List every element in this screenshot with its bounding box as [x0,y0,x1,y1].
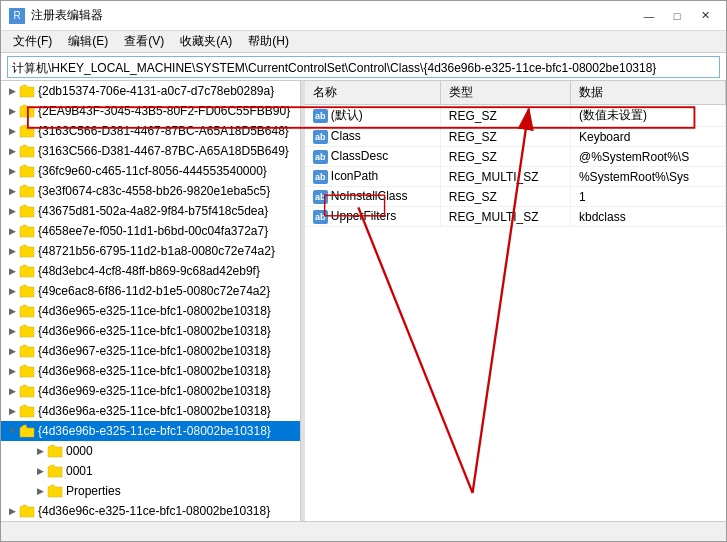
tree-item[interactable]: ▶{48d3ebc4-4cf8-48ff-b869-9c68ad42eb9f} [1,261,300,281]
table-row[interactable]: ab ClassREG_SZKeyboard [305,127,726,147]
address-path[interactable]: 计算机\HKEY_LOCAL_MACHINE\SYSTEM\CurrentCon… [7,56,720,78]
app-icon: R [9,8,25,24]
status-bar [1,521,726,541]
tree-item[interactable]: ▶{4d36e968-e325-11ce-bfc1-08002be10318} [1,361,300,381]
expand-arrow-icon[interactable]: ▶ [5,381,19,401]
table-row[interactable]: ab UpperFiltersREG_MULTI_SZkbdclass [305,207,726,227]
menu-item[interactable]: 文件(F) [5,32,60,52]
tree-item[interactable]: ▶{36fc9e60-c465-11cf-8056-444553540000} [1,161,300,181]
expand-arrow-icon[interactable]: ▶ [5,361,19,381]
folder-icon [19,304,35,318]
folder-icon [19,324,35,338]
folder-icon [19,264,35,278]
cell-type: REG_MULTI_SZ [440,207,570,227]
cell-name: ab (默认) [305,105,440,127]
folder-icon [19,344,35,358]
table-row[interactable]: ab NoInstallClassREG_SZ1 [305,187,726,207]
folder-icon [19,124,35,138]
folder-icon [19,224,35,238]
tree-item[interactable]: ▶{4d36e969-e325-11ce-bfc1-08002be10318} [1,381,300,401]
tree-item[interactable]: ▶Properties [1,481,300,501]
expand-arrow-icon[interactable]: ▶ [5,281,19,301]
expand-arrow-icon[interactable]: ▶ [33,481,47,501]
expand-arrow-icon[interactable]: ▶ [5,81,19,101]
tree-item[interactable]: ▶{43675d81-502a-4a82-9f84-b75f418c5dea} [1,201,300,221]
tree-item-label: {48721b56-6795-11d2-b1a8-0080c72e74a2} [38,244,275,258]
folder-icon [19,244,35,258]
tree-item[interactable]: ▶{3163C566-D381-4467-87BC-A65A18D5B649} [1,141,300,161]
expand-arrow-icon[interactable]: ▶ [5,341,19,361]
menu-item[interactable]: 帮助(H) [240,32,297,52]
expand-arrow-icon[interactable]: ▶ [5,401,19,421]
cell-data: @%SystemRoot%\S [570,147,725,167]
tree-item[interactable]: ▶{3e3f0674-c83c-4558-bb26-9820e1eba5c5} [1,181,300,201]
status-text [9,526,12,538]
tree-item[interactable]: ▶{48721b56-6795-11d2-b1a8-0080c72e74a2} [1,241,300,261]
left-tree-pane[interactable]: ▶{2db15374-706e-4131-a0c7-d7c78eb0289a}▶… [1,81,301,521]
col-data[interactable]: 数据 [570,81,725,105]
expand-arrow-icon[interactable]: ▼ [5,421,19,441]
tree-item[interactable]: ▶{4d36e967-e325-11ce-bfc1-08002be10318} [1,341,300,361]
maximize-button[interactable]: □ [664,5,690,27]
tree-item[interactable]: ▶{3163C566-D381-4467-87BC-A65A18D5B648} [1,121,300,141]
tree-item[interactable]: ▶{2EA9B43F-3045-43B5-80F2-FD06C55FBB90} [1,101,300,121]
expand-arrow-icon[interactable]: ▶ [5,201,19,221]
expand-arrow-icon[interactable]: ▶ [5,121,19,141]
expand-arrow-icon[interactable]: ▶ [5,141,19,161]
expand-arrow-icon[interactable]: ▶ [5,161,19,181]
folder-icon [19,424,35,438]
expand-arrow-icon[interactable]: ▶ [33,441,47,461]
tree-item[interactable]: ▶0001 [1,461,300,481]
title-controls: — □ ✕ [636,5,718,27]
tree-item-label: {43675d81-502a-4a82-9f84-b75f418c5dea} [38,204,268,218]
menu-item[interactable]: 收藏夹(A) [172,32,240,52]
folder-icon [19,404,35,418]
tree-item[interactable]: ▶{4d36e96a-e325-11ce-bfc1-08002be10318} [1,401,300,421]
main-pane-wrapper: ▶{2db15374-706e-4131-a0c7-d7c78eb0289a}▶… [1,81,726,521]
tree-item[interactable]: ▶{4d36e965-e325-11ce-bfc1-08002be10318} [1,301,300,321]
expand-arrow-icon[interactable]: ▶ [5,221,19,241]
cell-data: Keyboard [570,127,725,147]
value-type-icon: ab [313,210,328,224]
tree-item[interactable]: ▶{4d36e96c-e325-11ce-bfc1-08002be10318} [1,501,300,521]
expand-arrow-icon[interactable]: ▶ [5,501,19,521]
tree-item[interactable]: ▶{4658ee7e-f050-11d1-b6bd-00c04fa372a7} [1,221,300,241]
tree-item-label: {4d36e969-e325-11ce-bfc1-08002be10318} [38,384,271,398]
table-row[interactable]: ab ClassDescREG_SZ@%SystemRoot%\S [305,147,726,167]
tree-item-label: 0000 [66,444,93,458]
table-row[interactable]: ab IconPathREG_MULTI_SZ%SystemRoot%\Sys [305,167,726,187]
tree-item[interactable]: ▼{4d36e96b-e325-11ce-bfc1-08002be10318} [1,421,300,441]
col-name[interactable]: 名称 [305,81,440,105]
tree-item-label: {4d36e965-e325-11ce-bfc1-08002be10318} [38,304,271,318]
value-type-icon: ab [313,170,328,184]
registry-editor-window: R 注册表编辑器 — □ ✕ 文件(F)编辑(E)查看(V)收藏夹(A)帮助(H… [0,0,727,542]
expand-arrow-icon[interactable]: ▶ [5,241,19,261]
menu-item[interactable]: 查看(V) [116,32,172,52]
tree-item[interactable]: ▶{49ce6ac8-6f86-11d2-b1e5-0080c72e74a2} [1,281,300,301]
folder-icon [19,144,35,158]
tree-item-label: {4d36e967-e325-11ce-bfc1-08002be10318} [38,344,271,358]
expand-arrow-icon[interactable]: ▶ [5,101,19,121]
expand-arrow-icon[interactable]: ▶ [5,261,19,281]
close-button[interactable]: ✕ [692,5,718,27]
tree-item[interactable]: ▶{2db15374-706e-4131-a0c7-d7c78eb0289a} [1,81,300,101]
expand-arrow-icon[interactable]: ▶ [5,181,19,201]
cell-type: REG_SZ [440,187,570,207]
col-type[interactable]: 类型 [440,81,570,105]
expand-arrow-icon[interactable]: ▶ [33,461,47,481]
folder-icon [47,444,63,458]
tree-item-label: {2EA9B43F-3045-43B5-80F2-FD06C55FBB90} [38,104,290,118]
title-left: R 注册表编辑器 [9,7,103,24]
table-row[interactable]: ab (默认)REG_SZ(数值未设置) [305,105,726,127]
menu-item[interactable]: 编辑(E) [60,32,116,52]
value-type-icon: ab [313,109,328,123]
expand-arrow-icon[interactable]: ▶ [5,301,19,321]
tree-item[interactable]: ▶{4d36e966-e325-11ce-bfc1-08002be10318} [1,321,300,341]
tree-item[interactable]: ▶0000 [1,441,300,461]
expand-arrow-icon[interactable]: ▶ [5,321,19,341]
minimize-button[interactable]: — [636,5,662,27]
right-pane[interactable]: 名称 类型 数据 ab (默认)REG_SZ(数值未设置)ab ClassREG… [305,81,726,521]
cell-type: REG_SZ [440,105,570,127]
tree-item-label: {4658ee7e-f050-11d1-b6bd-00c04fa372a7} [38,224,268,238]
cell-type: REG_SZ [440,127,570,147]
